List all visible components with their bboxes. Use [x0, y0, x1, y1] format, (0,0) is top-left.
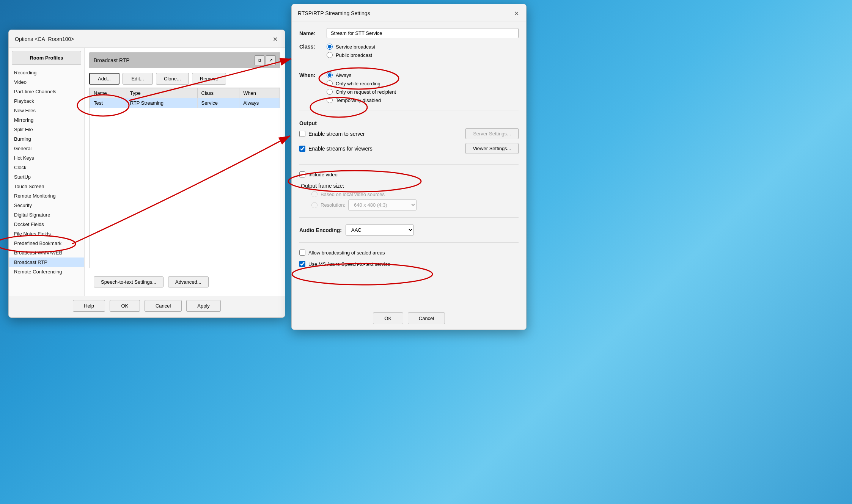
class-public-broadcast[interactable]: Public broadcast: [327, 52, 375, 58]
output-label: Output: [299, 120, 519, 126]
speech-settings-button[interactable]: Speech-to-text Settings...: [94, 276, 163, 287]
sidebar-item-file-notes-fields[interactable]: File Notes Fields: [9, 229, 84, 239]
sidebar-item-security[interactable]: Security: [9, 201, 84, 210]
header-icons: ⧉ ↗: [255, 55, 276, 65]
sidebar-item-digital-signature[interactable]: Digital Signature: [9, 210, 84, 220]
use-azure-checkbox[interactable]: [299, 261, 305, 267]
clone-button[interactable]: Clone...: [156, 73, 189, 85]
when-request-radio[interactable]: [327, 89, 333, 95]
room-profiles-button[interactable]: Room Profiles: [12, 51, 81, 65]
enable-streams-viewers-checkbox[interactable]: [299, 146, 305, 152]
sidebar-item-clock[interactable]: Clock: [9, 163, 84, 172]
when-disabled-label: Temporarily disabled: [336, 97, 381, 103]
resolution-radio: [311, 202, 318, 208]
sidebar-item-broadcast-wmv[interactable]: Broadcast WMV/WEB: [9, 248, 84, 257]
name-label: Name:: [299, 30, 322, 36]
ok-button[interactable]: OK: [110, 300, 140, 312]
sidebar-item-startup[interactable]: StartUp: [9, 172, 84, 182]
include-video-checkbox[interactable]: [299, 171, 305, 177]
when-always[interactable]: Always: [327, 72, 396, 78]
broadcast-rtp-label: Broadcast RTP: [94, 57, 130, 63]
edit-button[interactable]: Edit...: [123, 73, 153, 85]
resolution-select: 640 x 480 (4:3): [348, 199, 417, 210]
options-dialog: Options <CA_Room100> ✕ Room Profiles Rec…: [8, 30, 285, 318]
sidebar-item-general[interactable]: General: [9, 144, 84, 153]
resolution-label: Resolution:: [321, 202, 345, 208]
class-public-radio[interactable]: [327, 52, 333, 58]
when-recording-radio[interactable]: [327, 80, 333, 86]
server-settings-button[interactable]: Server Settings...: [465, 128, 519, 139]
apply-button[interactable]: Apply: [186, 300, 221, 312]
rtsp-ok-button[interactable]: OK: [373, 312, 403, 324]
rtsp-cancel-button[interactable]: Cancel: [408, 312, 445, 324]
options-titlebar: Options <CA_Room100> ✕: [9, 30, 285, 48]
class-row: Class: Service broadcast Public broadcas…: [299, 44, 519, 58]
sidebar-item-split-file[interactable]: Split File: [9, 125, 84, 134]
options-close-button[interactable]: ✕: [270, 34, 280, 44]
enable-stream-server-label: Enable stream to server: [308, 131, 365, 137]
sidebar-item-video[interactable]: Video: [9, 77, 84, 87]
sidebar-item-part-time-channels[interactable]: Part-time Channels: [9, 87, 84, 96]
sidebar-item-playback[interactable]: Playback: [9, 96, 84, 106]
output-section: Output Enable stream to server Server Se…: [299, 117, 519, 157]
cell-class: Service: [197, 98, 239, 108]
sidebar-item-burning[interactable]: Burning: [9, 134, 84, 144]
when-recording-label: Only while recording: [336, 81, 380, 86]
table-row[interactable]: Test RTP Streaming Service Always: [90, 98, 280, 108]
rtsp-close-button[interactable]: ✕: [511, 8, 522, 19]
help-button[interactable]: Help: [73, 300, 105, 312]
sidebar-item-docket-fields[interactable]: Docket Fields: [9, 220, 84, 229]
class-service-broadcast[interactable]: Service broadcast: [327, 44, 375, 50]
when-request-label: Only on request of recipient: [336, 89, 396, 95]
sidebar-item-remote-conferencing[interactable]: Remote Conferencing: [9, 267, 84, 276]
sidebar-item-predefined-bookmark[interactable]: Predefined Bookmark: [9, 239, 84, 248]
output-frame-size-section: Output frame size: Based on local video …: [299, 183, 519, 210]
name-input[interactable]: [327, 28, 519, 38]
based-on-local-radio: [311, 191, 318, 197]
allow-sealed-areas-checkbox[interactable]: [299, 250, 305, 256]
rtsp-dialog: RTSP/RTP Streaming Settings ✕ Name: Clas…: [291, 4, 527, 330]
allow-sealed-areas-row[interactable]: Allow broadcasting of sealed areas: [299, 250, 519, 256]
when-row: When: Always Only while recording Only o…: [299, 72, 519, 103]
col-type: Type: [126, 88, 197, 98]
include-video-row[interactable]: Include video: [299, 171, 519, 177]
copy-icon-button[interactable]: ⧉: [255, 55, 264, 65]
when-always-label: Always: [336, 72, 351, 78]
sidebar-item-remote-monitoring[interactable]: Remote Monitoring: [9, 191, 84, 201]
audio-encoding-row: Audio Encoding: AAC: [299, 225, 519, 236]
viewer-settings-button[interactable]: Viewer Settings...: [465, 143, 519, 154]
sidebar-item-broadcast-rtp[interactable]: Broadcast RTP: [9, 257, 84, 267]
sidebar-item-mirroring[interactable]: Mirroring: [9, 115, 84, 125]
sidebar-item-touch-screen[interactable]: Touch Screen: [9, 182, 84, 191]
cancel-button[interactable]: Cancel: [145, 300, 182, 312]
allow-sealed-areas-label: Allow broadcasting of sealed areas: [308, 250, 385, 256]
when-on-request[interactable]: Only on request of recipient: [327, 89, 396, 95]
when-disabled-radio[interactable]: [327, 97, 333, 103]
when-while-recording[interactable]: Only while recording: [327, 80, 396, 86]
class-radio-group: Service broadcast Public broadcast: [327, 44, 375, 58]
add-button[interactable]: Add...: [89, 73, 119, 85]
remove-button[interactable]: Remove: [192, 73, 226, 85]
sidebar-item-new-files[interactable]: New Files: [9, 106, 84, 115]
use-azure-label: Use MS Azure Speech-to-text service: [308, 261, 390, 267]
class-service-radio[interactable]: [327, 44, 333, 50]
use-azure-row[interactable]: Use MS Azure Speech-to-text service: [299, 261, 519, 267]
options-title: Options <CA_Room100>: [15, 36, 74, 42]
sidebar-item-recording[interactable]: Recording: [9, 68, 84, 77]
broadcast-rtp-header: Broadcast RTP ⧉ ↗: [89, 52, 280, 68]
enable-stream-server-checkbox[interactable]: [299, 131, 305, 137]
col-class: Class: [197, 88, 239, 98]
broadcast-table-container[interactable]: Name Type Class When Test RTP Streaming …: [89, 88, 280, 268]
when-temporarily-disabled[interactable]: Temporarily disabled: [327, 97, 396, 103]
audio-encoding-select[interactable]: AAC: [346, 225, 414, 236]
rtsp-titlebar: RTSP/RTP Streaming Settings ✕: [292, 4, 526, 22]
options-content: Room Profiles Recording Video Part-time …: [9, 48, 285, 296]
cell-name: Test: [90, 98, 126, 108]
when-always-radio[interactable]: [327, 72, 333, 78]
col-when: When: [239, 88, 280, 98]
link-icon-button[interactable]: ↗: [266, 55, 276, 65]
advanced-button[interactable]: Advanced...: [168, 276, 209, 287]
enable-stream-server-row: Enable stream to server Server Settings.…: [299, 126, 519, 141]
when-label: When:: [299, 72, 322, 78]
sidebar-item-hot-keys[interactable]: Hot Keys: [9, 153, 84, 163]
